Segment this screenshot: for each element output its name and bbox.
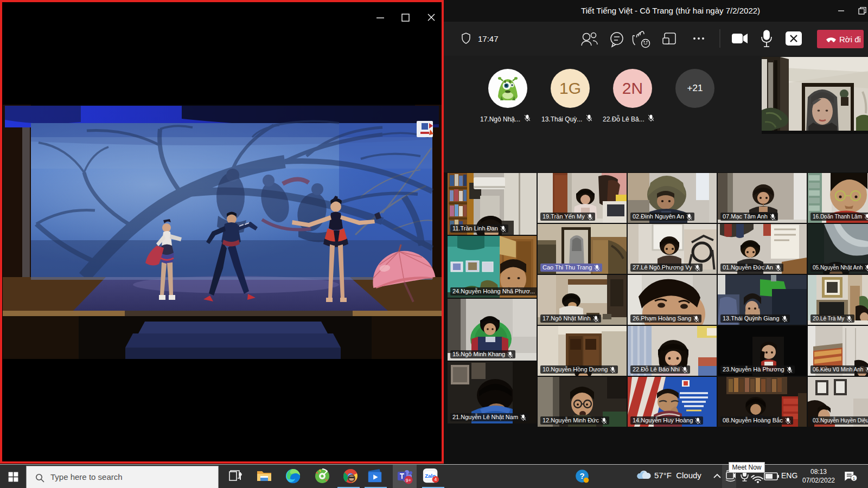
svg-text:9+: 9+ [406,478,411,483]
svg-text:17:47: 17:47 [478,34,499,43]
svg-text:Rời đi: Rời đi [839,35,861,44]
svg-text:4: 4 [434,477,437,482]
svg-text:1: 1 [853,476,856,481]
